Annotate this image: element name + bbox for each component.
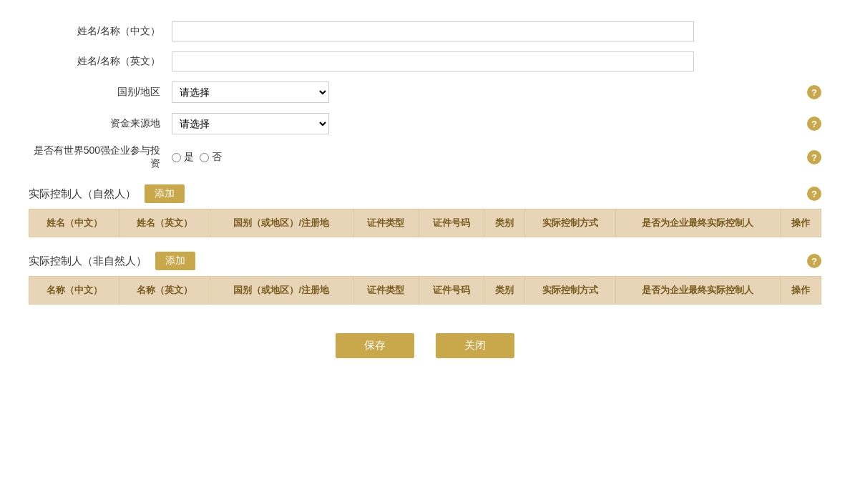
non-natural-person-title: 实际控制人（非自然人） xyxy=(29,255,147,268)
close-button[interactable]: 关闭 xyxy=(436,333,514,358)
col-name-en-nonnaturel: 名称（英文） xyxy=(119,277,210,305)
world500-yes-text: 是 xyxy=(184,151,194,164)
non-natural-person-table-head: 名称（中文） 名称（英文） 国别（或地区）/注册地 证件类型 证件号码 类别 实… xyxy=(29,277,821,305)
country-select[interactable]: 请选择 xyxy=(172,81,329,103)
col-country: 国别（或地区）/注册地 xyxy=(210,209,353,237)
non-natural-person-table-wrapper: 名称（中文） 名称（英文） 国别（或地区）/注册地 证件类型 证件号码 类别 实… xyxy=(29,276,821,305)
col-control-method: 实际控制方式 xyxy=(525,209,615,237)
col-operation-nonnaturel: 操作 xyxy=(780,277,821,305)
col-name-cn-nonnaturel: 名称（中文） xyxy=(29,277,119,305)
fund-source-row: 资金来源地 请选择 ? xyxy=(29,113,821,134)
non-natural-person-table: 名称（中文） 名称（英文） 国别（或地区）/注册地 证件类型 证件号码 类别 实… xyxy=(29,276,821,305)
world500-row: 是否有世界500强企业参与投资 是 否 ? xyxy=(29,144,821,170)
natural-person-section-header: 实际控制人（自然人） 添加 ? xyxy=(29,184,821,203)
col-cert-type: 证件类型 xyxy=(353,209,419,237)
natural-person-add-button[interactable]: 添加 xyxy=(145,184,185,203)
natural-person-table-wrapper: 姓名（中文） 姓名（英文） 国别（或地区）/注册地 证件类型 证件号码 类别 实… xyxy=(29,209,821,237)
world500-no-text: 否 xyxy=(212,151,222,164)
fund-source-select[interactable]: 请选择 xyxy=(172,113,329,134)
col-control-method-nonnaturel: 实际控制方式 xyxy=(525,277,615,305)
col-cert-type-nonnaturel: 证件类型 xyxy=(353,277,419,305)
world500-radio-group: 是 否 xyxy=(172,151,222,164)
natural-person-section-left: 实际控制人（自然人） 添加 xyxy=(29,184,185,203)
fund-source-label: 资金来源地 xyxy=(29,117,172,130)
col-operation: 操作 xyxy=(780,209,821,237)
name-en-row: 姓名/名称（英文） xyxy=(29,51,821,71)
world500-yes-label[interactable]: 是 xyxy=(172,151,194,164)
basic-info-section: 姓名/名称（中文） 姓名/名称（英文） 国别/地区 请选择 ? 资金来源地 请选… xyxy=(29,21,821,170)
col-category: 类别 xyxy=(484,209,525,237)
col-ultimate-controller: 是否为企业最终实际控制人 xyxy=(615,209,780,237)
natural-person-header-row: 姓名（中文） 姓名（英文） 国别（或地区）/注册地 证件类型 证件号码 类别 实… xyxy=(29,209,821,237)
bottom-buttons: 保存 关闭 xyxy=(29,333,821,358)
name-cn-input[interactable] xyxy=(172,21,694,41)
col-name-cn: 姓名（中文） xyxy=(29,209,119,237)
natural-person-title: 实际控制人（自然人） xyxy=(29,187,136,201)
name-cn-label: 姓名/名称（中文） xyxy=(29,25,172,38)
world500-yes-radio[interactable] xyxy=(172,153,181,162)
country-row: 国别/地区 请选择 ? xyxy=(29,81,821,103)
save-button[interactable]: 保存 xyxy=(336,333,414,358)
natural-person-table-head: 姓名（中文） 姓名（英文） 国别（或地区）/注册地 证件类型 证件号码 类别 实… xyxy=(29,209,821,237)
col-cert-no-nonnaturel: 证件号码 xyxy=(419,277,484,305)
world500-label: 是否有世界500强企业参与投资 xyxy=(29,144,172,170)
world500-no-label[interactable]: 否 xyxy=(200,151,222,164)
natural-person-help-icon[interactable]: ? xyxy=(807,187,821,201)
name-en-input[interactable] xyxy=(172,51,694,71)
non-natural-person-section-header: 实际控制人（非自然人） 添加 ? xyxy=(29,252,821,270)
non-natural-person-add-button[interactable]: 添加 xyxy=(155,252,195,270)
country-label: 国别/地区 xyxy=(29,86,172,99)
non-natural-person-header-row: 名称（中文） 名称（英文） 国别（或地区）/注册地 证件类型 证件号码 类别 实… xyxy=(29,277,821,305)
col-category-nonnaturel: 类别 xyxy=(484,277,525,305)
col-ultimate-controller-nonnaturel: 是否为企业最终实际控制人 xyxy=(615,277,780,305)
natural-person-table: 姓名（中文） 姓名（英文） 国别（或地区）/注册地 证件类型 证件号码 类别 实… xyxy=(29,209,821,237)
non-natural-person-section-left: 实际控制人（非自然人） 添加 xyxy=(29,252,195,270)
world500-no-radio[interactable] xyxy=(200,153,209,162)
col-country-nonnaturel: 国别（或地区）/注册地 xyxy=(210,277,353,305)
name-en-label: 姓名/名称（英文） xyxy=(29,55,172,68)
non-natural-person-help-icon[interactable]: ? xyxy=(807,254,821,268)
col-name-en: 姓名（英文） xyxy=(119,209,210,237)
world500-help-icon[interactable]: ? xyxy=(807,150,821,164)
name-cn-row: 姓名/名称（中文） xyxy=(29,21,821,41)
col-cert-no: 证件号码 xyxy=(419,209,484,237)
country-help-icon[interactable]: ? xyxy=(807,85,821,99)
fund-source-help-icon[interactable]: ? xyxy=(807,117,821,131)
